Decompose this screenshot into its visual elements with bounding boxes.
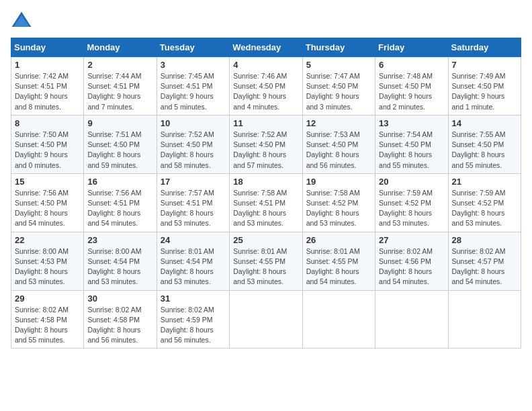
sunset: Sunset: 4:50 PM xyxy=(15,140,67,148)
calendar-cell: 4 Sunrise: 7:46 AM Sunset: 4:50 PM Dayli… xyxy=(230,57,302,116)
day-info: Sunrise: 7:52 AM Sunset: 4:50 PM Dayligh… xyxy=(233,130,298,171)
header-sunday: Sunday xyxy=(11,38,84,57)
header-tuesday: Tuesday xyxy=(157,38,229,57)
day-number: 25 xyxy=(233,235,298,245)
day-info: Sunrise: 7:44 AM Sunset: 4:51 PM Dayligh… xyxy=(87,71,152,112)
day-info: Sunrise: 7:50 AM Sunset: 4:50 PM Dayligh… xyxy=(15,130,80,171)
day-number: 12 xyxy=(306,118,371,128)
sunrise: Sunrise: 7:59 AM xyxy=(452,189,506,197)
day-number: 26 xyxy=(306,235,371,245)
sunrise: Sunrise: 7:58 AM xyxy=(306,189,360,197)
day-number: 4 xyxy=(233,60,298,70)
day-number: 8 xyxy=(15,118,80,128)
day-number: 1 xyxy=(15,60,80,70)
day-number: 19 xyxy=(306,177,371,187)
day-info: Sunrise: 8:02 AM Sunset: 4:57 PM Dayligh… xyxy=(452,246,517,287)
sunset: Sunset: 4:52 PM xyxy=(452,199,504,207)
day-number: 20 xyxy=(379,177,444,187)
daylight: Daylight: 9 hours and 7 minutes. xyxy=(87,92,140,110)
calendar-cell: 22 Sunrise: 8:00 AM Sunset: 4:53 PM Dayl… xyxy=(11,232,84,290)
sunrise: Sunrise: 8:02 AM xyxy=(452,247,506,255)
sunrise: Sunrise: 8:02 AM xyxy=(379,247,433,255)
week-row-4: 22 Sunrise: 8:00 AM Sunset: 4:53 PM Dayl… xyxy=(11,232,521,290)
daylight: Daylight: 8 hours and 57 minutes. xyxy=(233,150,286,169)
sunrise: Sunrise: 7:52 AM xyxy=(161,130,214,138)
daylight: Daylight: 8 hours and 54 minutes. xyxy=(306,267,359,285)
calendar-cell xyxy=(230,290,302,349)
day-info: Sunrise: 7:56 AM Sunset: 4:51 PM Dayligh… xyxy=(87,188,152,229)
page-header xyxy=(11,11,521,30)
day-number: 11 xyxy=(233,118,298,128)
sunset: Sunset: 4:51 PM xyxy=(87,199,140,207)
sunrise: Sunrise: 8:02 AM xyxy=(161,306,214,314)
calendar-cell: 20 Sunrise: 7:59 AM Sunset: 4:52 PM Dayl… xyxy=(375,173,448,232)
day-info: Sunrise: 7:54 AM Sunset: 4:50 PM Dayligh… xyxy=(379,130,444,171)
daylight: Daylight: 8 hours and 54 minutes. xyxy=(87,209,140,227)
sunrise: Sunrise: 8:02 AM xyxy=(15,306,69,314)
sunset: Sunset: 4:50 PM xyxy=(306,140,359,148)
calendar-cell: 19 Sunrise: 7:58 AM Sunset: 4:52 PM Dayl… xyxy=(302,173,375,232)
sunset: Sunset: 4:55 PM xyxy=(233,257,285,265)
sunset: Sunset: 4:53 PM xyxy=(15,257,67,265)
sunset: Sunset: 4:50 PM xyxy=(87,140,140,148)
sunrise: Sunrise: 7:50 AM xyxy=(15,130,69,138)
calendar-cell: 30 Sunrise: 8:02 AM Sunset: 4:58 PM Dayl… xyxy=(84,290,157,349)
day-number: 2 xyxy=(87,60,152,70)
day-number: 14 xyxy=(452,118,517,128)
daylight: Daylight: 9 hours and 8 minutes. xyxy=(15,92,68,110)
sunrise: Sunrise: 7:52 AM xyxy=(233,130,287,138)
sunset: Sunset: 4:52 PM xyxy=(379,199,431,207)
daylight: Daylight: 9 hours and 0 minutes. xyxy=(15,150,68,169)
daylight: Daylight: 8 hours and 53 minutes. xyxy=(161,267,214,285)
day-info: Sunrise: 7:45 AM Sunset: 4:51 PM Dayligh… xyxy=(161,71,226,112)
day-info: Sunrise: 7:59 AM Sunset: 4:52 PM Dayligh… xyxy=(452,188,517,229)
day-number: 17 xyxy=(161,177,226,187)
sunrise: Sunrise: 7:57 AM xyxy=(161,189,214,197)
daylight: Daylight: 8 hours and 55 minutes. xyxy=(379,150,432,169)
calendar-cell xyxy=(448,290,521,349)
sunset: Sunset: 4:50 PM xyxy=(452,82,504,90)
calendar-cell: 17 Sunrise: 7:57 AM Sunset: 4:51 PM Dayl… xyxy=(157,173,229,232)
day-info: Sunrise: 7:55 AM Sunset: 4:50 PM Dayligh… xyxy=(452,130,517,171)
day-number: 6 xyxy=(379,60,444,70)
sunrise: Sunrise: 7:55 AM xyxy=(452,130,506,138)
day-info: Sunrise: 7:42 AM Sunset: 4:51 PM Dayligh… xyxy=(15,71,80,112)
week-row-5: 29 Sunrise: 8:02 AM Sunset: 4:58 PM Dayl… xyxy=(11,290,521,349)
day-info: Sunrise: 7:52 AM Sunset: 4:50 PM Dayligh… xyxy=(161,130,226,171)
daylight: Daylight: 8 hours and 53 minutes. xyxy=(15,267,68,285)
day-info: Sunrise: 8:02 AM Sunset: 4:58 PM Dayligh… xyxy=(15,305,80,346)
header-saturday: Saturday xyxy=(448,38,521,57)
sunrise: Sunrise: 7:42 AM xyxy=(15,72,69,80)
day-info: Sunrise: 7:58 AM Sunset: 4:51 PM Dayligh… xyxy=(233,188,298,229)
sunrise: Sunrise: 8:00 AM xyxy=(15,247,69,255)
daylight: Daylight: 8 hours and 54 minutes. xyxy=(15,209,68,227)
sunset: Sunset: 4:50 PM xyxy=(452,140,504,148)
day-number: 21 xyxy=(452,177,517,187)
week-row-2: 8 Sunrise: 7:50 AM Sunset: 4:50 PM Dayli… xyxy=(11,115,521,173)
calendar-cell: 24 Sunrise: 8:01 AM Sunset: 4:54 PM Dayl… xyxy=(157,232,229,290)
daylight: Daylight: 9 hours and 3 minutes. xyxy=(306,92,359,110)
calendar-cell: 2 Sunrise: 7:44 AM Sunset: 4:51 PM Dayli… xyxy=(84,57,157,116)
day-number: 28 xyxy=(452,235,517,245)
sunset: Sunset: 4:51 PM xyxy=(161,82,213,90)
sunrise: Sunrise: 8:01 AM xyxy=(233,247,287,255)
daylight: Daylight: 9 hours and 1 minute. xyxy=(452,92,505,110)
day-number: 15 xyxy=(15,177,80,187)
day-number: 16 xyxy=(87,177,152,187)
calendar-cell: 6 Sunrise: 7:48 AM Sunset: 4:50 PM Dayli… xyxy=(375,57,448,116)
calendar-cell: 16 Sunrise: 7:56 AM Sunset: 4:51 PM Dayl… xyxy=(84,173,157,232)
sunrise: Sunrise: 7:58 AM xyxy=(233,189,287,197)
calendar-cell: 3 Sunrise: 7:45 AM Sunset: 4:51 PM Dayli… xyxy=(157,57,229,116)
day-info: Sunrise: 8:01 AM Sunset: 4:55 PM Dayligh… xyxy=(233,246,298,287)
calendar-cell: 21 Sunrise: 7:59 AM Sunset: 4:52 PM Dayl… xyxy=(448,173,521,232)
day-info: Sunrise: 7:53 AM Sunset: 4:50 PM Dayligh… xyxy=(306,130,371,171)
logo xyxy=(11,11,36,30)
day-info: Sunrise: 7:59 AM Sunset: 4:52 PM Dayligh… xyxy=(379,188,444,229)
sunrise: Sunrise: 8:01 AM xyxy=(161,247,214,255)
day-info: Sunrise: 7:51 AM Sunset: 4:50 PM Dayligh… xyxy=(87,130,152,171)
sunset: Sunset: 4:55 PM xyxy=(306,257,359,265)
sunset: Sunset: 4:50 PM xyxy=(306,82,359,90)
calendar-cell: 11 Sunrise: 7:52 AM Sunset: 4:50 PM Dayl… xyxy=(230,115,302,173)
weekday-header-row: SundayMondayTuesdayWednesdayThursdayFrid… xyxy=(11,38,521,57)
day-info: Sunrise: 8:01 AM Sunset: 4:54 PM Dayligh… xyxy=(161,246,226,287)
